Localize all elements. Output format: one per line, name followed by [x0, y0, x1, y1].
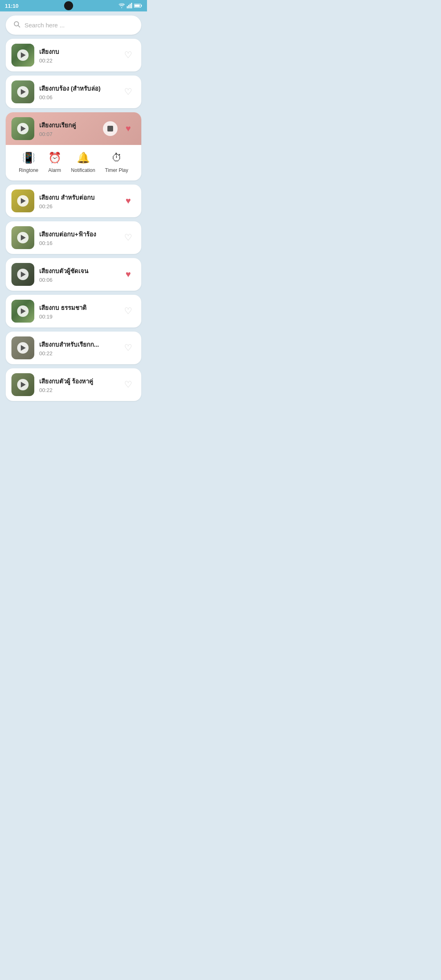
play-button[interactable] [17, 269, 29, 280]
play-button[interactable] [17, 379, 29, 390]
play-button[interactable] [17, 86, 29, 98]
timer-play-action[interactable]: ⏱ Timer Play [105, 151, 128, 173]
active-item-wrapper: เสียงกบเรียกคู่ 00:07 ♥ 📳 Ringtone ⏰ Ala… [6, 112, 141, 180]
notification-action[interactable]: 🔔 Notification [71, 151, 95, 173]
favorite-button[interactable]: ♥ [121, 194, 136, 208]
signal-icon [127, 3, 132, 9]
battery-icon [134, 3, 142, 8]
alarm-label: Alarm [48, 167, 61, 173]
favorite-button[interactable]: ♡ [121, 341, 136, 355]
ringtone-label: Ringtone [19, 167, 38, 173]
status-bar: 11:10 [0, 0, 147, 11]
thumbnail [11, 226, 34, 249]
status-time: 11:10 [5, 3, 18, 9]
alarm-action[interactable]: ⏰ Alarm [48, 151, 61, 173]
favorite-button[interactable]: ♡ [121, 85, 136, 99]
heart-empty-icon: ♡ [124, 50, 132, 60]
list-item[interactable]: เสียงกบ สำหรับต่อกบ 00:26 ♥ [6, 185, 141, 217]
heart-filled-icon: ♥ [125, 196, 131, 206]
ringtone-action[interactable]: 📳 Ringtone [19, 151, 38, 173]
favorite-button[interactable]: ♡ [121, 230, 136, 245]
search-placeholder: Search here ... [24, 22, 65, 29]
main-content: Search here ... เสียงกบ 00:22 ♡ เสียงกบร… [0, 11, 147, 413]
sound-title: เสียงกบ [39, 47, 116, 57]
favorite-button[interactable]: ♡ [121, 377, 136, 392]
sound-info: เสียงกบสำหรับเรียกก... 00:22 [39, 340, 116, 356]
heart-filled-icon: ♥ [125, 269, 131, 280]
list-item[interactable]: เสียงกบร้อง (สำหรับล่อ) 00:06 ♡ [6, 76, 141, 108]
sound-duration: 00:22 [39, 58, 116, 64]
action-panel: 📳 Ringtone ⏰ Alarm 🔔 Notification ⏱ Time… [6, 145, 141, 180]
svg-rect-6 [134, 4, 140, 7]
list-item[interactable]: เสียงกบตัวผู้ชัดเจน 00:06 ♥ [6, 258, 141, 291]
heart-empty-icon: ♡ [124, 379, 132, 390]
list-item[interactable]: เสียงกบ ธรรมชาติ 00:19 ♡ [6, 295, 141, 327]
list-item[interactable]: เสียงกบตัวผู้ ร้องหาคู่ 00:22 ♡ [6, 368, 141, 401]
sound-duration: 00:22 [39, 387, 116, 393]
play-button[interactable] [17, 342, 29, 354]
sound-title: เสียงกบตัวผู้ชัดเจน [39, 266, 116, 276]
list-item[interactable]: เสียงกบ 00:22 ♡ [6, 39, 141, 71]
sound-duration: 00:26 [39, 203, 116, 209]
sound-duration: 00:16 [39, 240, 116, 246]
thumbnail [11, 336, 34, 359]
list-item[interactable]: เสียงกบสำหรับเรียกก... 00:22 ♡ [6, 332, 141, 364]
favorite-button[interactable]: ♥ [121, 267, 136, 282]
sound-duration: 00:19 [39, 314, 116, 320]
camera-hole [64, 1, 73, 10]
thumbnail [11, 373, 34, 396]
notification-label: Notification [71, 167, 95, 173]
play-button[interactable] [17, 195, 29, 207]
active-controls: ♥ [103, 121, 136, 136]
timer-play-icon: ⏱ [111, 151, 122, 164]
list-item-active[interactable]: เสียงกบเรียกคู่ 00:07 ♥ [6, 112, 141, 145]
svg-rect-2 [130, 4, 131, 8]
play-button[interactable] [17, 49, 29, 61]
thumbnail [11, 300, 34, 323]
play-button[interactable] [17, 123, 29, 134]
thumbnail [11, 80, 34, 103]
thumbnail [11, 189, 34, 212]
svg-rect-0 [127, 6, 128, 8]
sound-title: เสียงกบ ธรรมชาติ [39, 303, 116, 313]
thumbnail [11, 44, 34, 67]
stop-icon [107, 126, 113, 131]
play-button[interactable] [17, 305, 29, 317]
sound-title: เสียงกบตัวผู้ ร้องหาคู่ [39, 376, 116, 386]
sound-title: เสียงกบเรียกคู่ [39, 120, 98, 130]
favorite-button[interactable]: ♡ [121, 48, 136, 62]
search-bar[interactable]: Search here ... [6, 16, 141, 35]
svg-line-8 [18, 25, 20, 27]
sound-title: เสียงกบต่อกบ+ฟ้าร้อง [39, 229, 116, 239]
sound-info: เสียงกบ สำหรับต่อกบ 00:26 [39, 193, 116, 209]
thumbnail [11, 263, 34, 286]
list-item[interactable]: เสียงกบต่อกบ+ฟ้าร้อง 00:16 ♡ [6, 221, 141, 254]
play-button[interactable] [17, 232, 29, 243]
sound-info: เสียงกบตัวผู้ ร้องหาคู่ 00:22 [39, 376, 116, 393]
heart-empty-icon: ♡ [124, 232, 132, 243]
sound-title: เสียงกบ สำหรับต่อกบ [39, 193, 116, 203]
notification-icon: 🔔 [77, 151, 90, 164]
sound-info: เสียงกบต่อกบ+ฟ้าร้อง 00:16 [39, 229, 116, 246]
svg-rect-5 [141, 5, 142, 7]
sound-duration: 00:06 [39, 277, 116, 283]
sound-info: เสียงกบ 00:22 [39, 47, 116, 64]
sound-info: เสียงกบตัวผู้ชัดเจน 00:06 [39, 266, 116, 283]
thumbnail [11, 117, 34, 140]
status-icons [118, 3, 142, 9]
heart-empty-icon: ♡ [124, 306, 132, 316]
sound-duration: 00:22 [39, 350, 116, 356]
sound-info: เสียงกบเรียกคู่ 00:07 [39, 120, 98, 137]
heart-empty-icon: ♡ [124, 87, 132, 97]
favorite-button[interactable]: ♡ [121, 304, 136, 318]
timer-play-label: Timer Play [105, 167, 128, 173]
stop-button[interactable] [103, 121, 118, 136]
favorite-button[interactable]: ♥ [121, 121, 136, 136]
svg-rect-3 [131, 3, 132, 8]
ringtone-icon: 📳 [22, 151, 35, 164]
sound-info: เสียงกบร้อง (สำหรับล่อ) 00:06 [39, 84, 116, 100]
search-icon [13, 20, 20, 30]
alarm-icon: ⏰ [48, 151, 61, 164]
sound-title: เสียงกบร้อง (สำหรับล่อ) [39, 84, 116, 94]
sound-info: เสียงกบ ธรรมชาติ 00:19 [39, 303, 116, 320]
